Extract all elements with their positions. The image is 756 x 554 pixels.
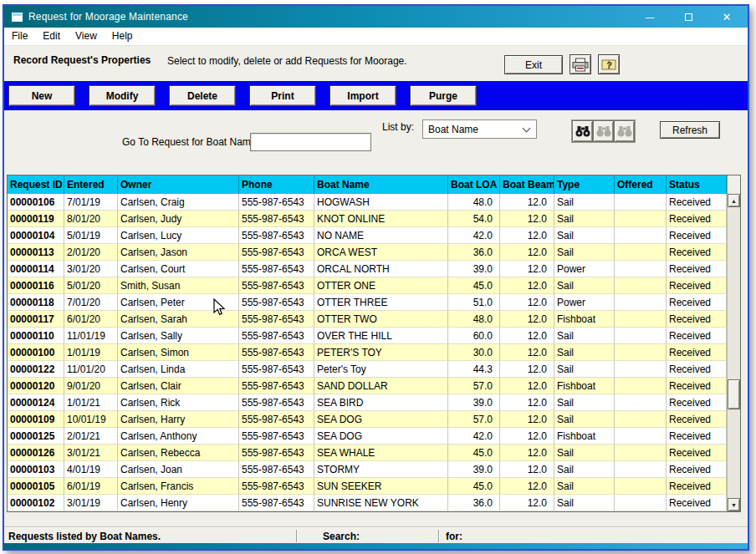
table-cell	[615, 361, 667, 378]
table-cell: 12.0	[500, 261, 554, 277]
svg-text:?: ?	[606, 60, 612, 70]
table-cell: SAND DOLLAR	[314, 378, 448, 394]
table-row[interactable]: 000001034/01/19Carlsen, Joan555-987-6543…	[8, 461, 727, 478]
table-cell: Received	[667, 261, 727, 277]
new-button[interactable]: New	[8, 85, 75, 106]
column-header-entered: Entered	[64, 175, 118, 194]
find-button-group	[571, 119, 636, 143]
goto-boat-name-label: Go To Request for Boat Name:	[122, 136, 259, 148]
find-next-button	[593, 120, 614, 142]
table-row[interactable]: 000001067/01/19Carlsen, Craig555-987-654…	[8, 194, 727, 211]
table-cell: Sail	[554, 394, 615, 411]
delete-button[interactable]: Delete	[169, 85, 236, 106]
menu-view[interactable]: View	[68, 28, 105, 45]
window-title: Request for Moorage Maintenance	[28, 11, 188, 23]
grid-header-filler	[727, 175, 740, 194]
table-cell: 555-987-6543	[239, 378, 314, 394]
table-cell: Carlsen, Harry	[118, 411, 239, 428]
table-cell: 36.0	[448, 244, 500, 261]
table-cell: 555-987-6543	[239, 394, 314, 411]
table-row[interactable]: 000001209/01/20Carlsen, Clair555-987-654…	[8, 378, 727, 394]
scroll-up-button[interactable]: ▲	[728, 194, 740, 207]
purge-button[interactable]: Purge	[410, 85, 477, 106]
table-row[interactable]: 000001001/01/19Carlsen, Simon555-987-654…	[8, 344, 727, 361]
table-cell: Received	[667, 194, 727, 211]
close-button[interactable]: ✕	[707, 6, 746, 28]
table-row[interactable]: 000001263/01/21Carlsen, Rebecca555-987-6…	[8, 445, 727, 461]
table-row[interactable]: 000001187/01/20Carlsen, Peter555-987-654…	[8, 294, 727, 311]
table-cell: Carlsen, Craig	[118, 194, 239, 211]
maximize-button[interactable]	[669, 6, 707, 28]
table-row[interactable]: 000001143/01/20Carlsen, Court555-987-654…	[8, 261, 727, 277]
table-row[interactable]: 000001165/01/20Smith, Susan555-987-6543O…	[8, 277, 727, 294]
table-row[interactable]: 000001252/01/21Carlsen, Anthony555-987-6…	[8, 428, 727, 445]
table-row[interactable]: 000001045/01/19Carlsen, Lucy555-987-6543…	[8, 227, 727, 244]
table-cell: NO NAME	[314, 227, 448, 244]
table-cell	[615, 277, 667, 294]
window-controls: — ✕	[631, 6, 746, 28]
table-cell: Carlsen, Jason	[118, 244, 239, 261]
find-button[interactable]	[572, 120, 593, 142]
table-cell: 12.0	[500, 361, 554, 378]
table-cell: SUNRISE NEW YORK	[314, 495, 448, 511]
table-cell: Carlsen, Simon	[118, 344, 239, 361]
status-separator	[438, 530, 440, 542]
column-header-phone: Phone	[239, 175, 314, 194]
table-cell: Carlsen, Court	[118, 261, 239, 277]
scrollbar-thumb[interactable]	[728, 379, 740, 409]
listby-dropdown[interactable]: Boat Name	[422, 119, 537, 139]
menu-edit[interactable]: Edit	[35, 28, 68, 45]
table-cell: 555-987-6543	[239, 328, 314, 344]
table-row[interactable]: 000001176/01/20Carlsen, Sarah555-987-654…	[8, 311, 727, 328]
table-cell: 3/01/19	[64, 495, 118, 511]
exit-button[interactable]: Exit	[504, 55, 563, 74]
vertical-scrollbar[interactable]: ▲ ▼	[727, 194, 740, 511]
table-row[interactable]: 000001198/01/20Carlsen, Judy555-987-6543…	[8, 211, 727, 227]
close-icon: ✕	[723, 11, 732, 23]
table-cell: 48.0	[448, 194, 500, 211]
table-cell: Received	[667, 211, 727, 227]
table-cell: Carlsen, Sarah	[118, 311, 239, 328]
minimize-button[interactable]: —	[631, 6, 669, 28]
menu-file[interactable]: File	[4, 28, 35, 45]
help-button[interactable]: ?	[598, 54, 620, 74]
table-cell: Smith, Susan	[118, 277, 239, 294]
table-cell	[615, 227, 667, 244]
table-cell: 00000116	[8, 277, 64, 294]
scroll-up-icon: ▲	[731, 198, 737, 204]
goto-boat-name-input[interactable]	[250, 133, 371, 151]
table-cell	[615, 478, 667, 495]
table-cell: 00000113	[8, 244, 64, 261]
table-cell: Carlsen, Clair	[118, 378, 239, 394]
menu-help[interactable]: Help	[105, 28, 140, 45]
import-button[interactable]: Import	[329, 85, 396, 106]
status-message: Requests listed by Boat Names.	[8, 531, 161, 542]
table-row[interactable]: 0000010910/01/19Carlsen, Harry555-987-65…	[8, 411, 727, 428]
table-cell	[615, 495, 667, 511]
table-cell: Received	[667, 478, 727, 495]
table-row[interactable]: 000001241/01/21Carlsen, Rick555-987-6543…	[8, 394, 727, 411]
bottom-edge-strip	[4, 543, 748, 549]
table-cell: 30.0	[448, 344, 500, 361]
table-row[interactable]: 0000012211/01/20Carlsen, Linda555-987-65…	[8, 361, 727, 378]
table-cell: 44.3	[448, 361, 500, 378]
page-title: Record Request's Properties	[13, 54, 151, 66]
table-cell: Sail	[554, 277, 615, 294]
table-row[interactable]: 0000011011/01/19Carlsen, Sally555-987-65…	[8, 328, 727, 344]
table-row[interactable]: 000001056/01/19Carlsen, Francis555-987-6…	[8, 478, 727, 495]
scroll-down-button[interactable]: ▼	[728, 498, 740, 511]
table-cell: 555-987-6543	[239, 211, 314, 227]
table-cell: 39.0	[448, 261, 500, 277]
table-row[interactable]: 000001132/01/20Carlsen, Jason555-987-654…	[8, 244, 727, 261]
column-header-boat-loa: Boat LOA	[448, 175, 500, 194]
print-button[interactable]: Print	[249, 85, 316, 106]
modify-button[interactable]: Modify	[89, 85, 156, 106]
print-setup-button[interactable]	[570, 54, 591, 74]
table-cell: Carlsen, Judy	[118, 211, 239, 227]
table-cell: 555-987-6543	[239, 244, 314, 261]
table-cell: SEA WHALE	[314, 445, 448, 461]
table-row[interactable]: 000001023/01/19Carlsen, Henry555-987-654…	[8, 495, 727, 511]
refresh-button[interactable]: Refresh	[660, 121, 720, 139]
table-cell: Received	[667, 227, 727, 244]
status-for-label: for:	[446, 531, 462, 542]
